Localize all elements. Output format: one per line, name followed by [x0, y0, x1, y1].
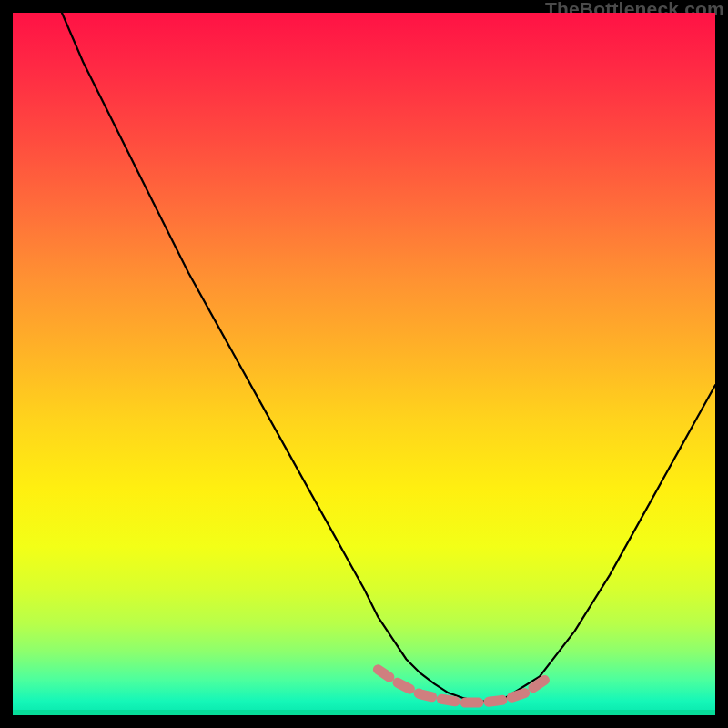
plot-area — [13, 13, 715, 715]
chart-canvas: TheBottleneck.com — [0, 0, 728, 728]
bottleneck-curve-line — [62, 13, 715, 702]
chart-svg — [13, 13, 715, 715]
